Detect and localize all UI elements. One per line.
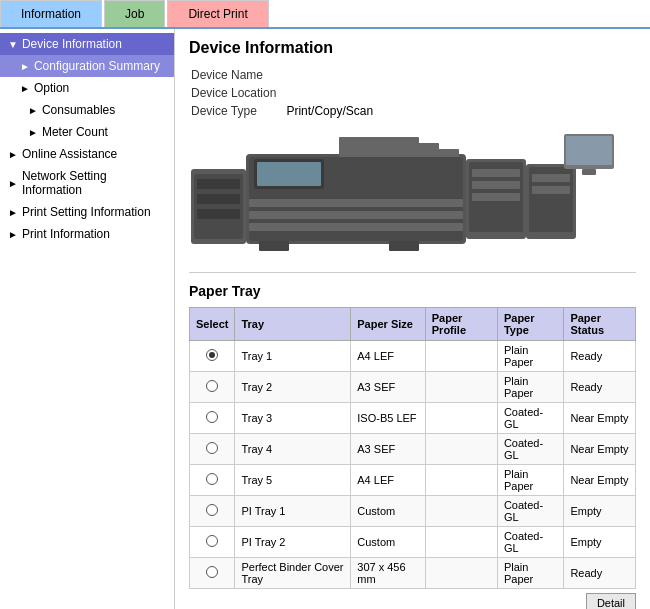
tab-information[interactable]: Information bbox=[0, 0, 102, 27]
radio-cell[interactable] bbox=[190, 496, 235, 527]
cell-paper_status: Ready bbox=[564, 341, 636, 372]
cell-tray: Tray 3 bbox=[235, 403, 351, 434]
sidebar-label: Option bbox=[34, 81, 69, 95]
cell-paper_profile bbox=[425, 341, 497, 372]
detail-button[interactable]: Detail bbox=[586, 593, 636, 609]
main-layout: ▼ Device Information ► Configuration Sum… bbox=[0, 29, 650, 609]
device-location-label: Device Location bbox=[191, 85, 284, 101]
cell-paper_profile bbox=[425, 434, 497, 465]
svg-rect-23 bbox=[582, 169, 596, 175]
arrow-icon: ► bbox=[8, 178, 18, 189]
sidebar: ▼ Device Information ► Configuration Sum… bbox=[0, 29, 175, 609]
cell-paper_profile bbox=[425, 403, 497, 434]
cell-tray: Perfect Binder Cover Tray bbox=[235, 558, 351, 589]
radio-cell[interactable] bbox=[190, 434, 235, 465]
svg-rect-3 bbox=[197, 194, 240, 204]
svg-rect-9 bbox=[249, 199, 463, 207]
cell-paper_size: A4 LEF bbox=[351, 341, 425, 372]
radio-button[interactable] bbox=[206, 380, 218, 392]
cell-tray: Tray 1 bbox=[235, 341, 351, 372]
cell-paper_size: ISO-B5 LEF bbox=[351, 403, 425, 434]
cell-paper_status: Ready bbox=[564, 372, 636, 403]
paper-tray-table: Select Tray Paper Size Paper Profile Pap… bbox=[189, 307, 636, 589]
table-row: Tray 4A3 SEFCoated-GLNear Empty bbox=[190, 434, 636, 465]
col-paper-profile: Paper Profile bbox=[425, 308, 497, 341]
sidebar-item-meter-count[interactable]: ► Meter Count bbox=[0, 121, 174, 143]
sidebar-label: Online Assistance bbox=[22, 147, 117, 161]
sidebar-label: Configuration Summary bbox=[34, 59, 160, 73]
table-row: Tray 1A4 LEFPlain PaperReady bbox=[190, 341, 636, 372]
cell-paper_type: Coated-GL bbox=[497, 496, 563, 527]
cell-paper_status: Empty bbox=[564, 527, 636, 558]
device-name-value bbox=[286, 67, 381, 83]
arrow-icon: ► bbox=[28, 127, 38, 138]
sidebar-label: Network Setting Information bbox=[22, 169, 166, 197]
col-tray: Tray bbox=[235, 308, 351, 341]
sidebar-item-online-assistance[interactable]: ► Online Assistance bbox=[0, 143, 174, 165]
cell-paper_type: Plain Paper bbox=[497, 465, 563, 496]
svg-rect-26 bbox=[339, 137, 419, 145]
sidebar-item-configuration-summary[interactable]: ► Configuration Summary bbox=[0, 55, 174, 77]
cell-paper_size: A3 SEF bbox=[351, 372, 425, 403]
radio-button[interactable] bbox=[206, 411, 218, 423]
col-select: Select bbox=[190, 308, 235, 341]
radio-cell[interactable] bbox=[190, 341, 235, 372]
sidebar-item-option[interactable]: ► Option bbox=[0, 77, 174, 99]
sidebar-item-network-setting[interactable]: ► Network Setting Information bbox=[0, 165, 174, 201]
cell-paper_type: Coated-GL bbox=[497, 527, 563, 558]
radio-button[interactable] bbox=[206, 349, 218, 361]
cell-paper_type: Plain Paper bbox=[497, 372, 563, 403]
svg-rect-22 bbox=[566, 136, 612, 165]
radio-cell[interactable] bbox=[190, 403, 235, 434]
cell-paper_type: Coated-GL bbox=[497, 434, 563, 465]
cell-tray: PI Tray 1 bbox=[235, 496, 351, 527]
paper-tray-title: Paper Tray bbox=[189, 283, 636, 299]
device-type-label: Device Type bbox=[191, 103, 284, 119]
device-name-label: Device Name bbox=[191, 67, 284, 83]
radio-button[interactable] bbox=[206, 473, 218, 485]
cell-tray: Tray 5 bbox=[235, 465, 351, 496]
cell-paper_profile bbox=[425, 496, 497, 527]
device-info-table: Device Name Device Location Device Type … bbox=[189, 65, 383, 121]
sidebar-item-print-setting[interactable]: ► Print Setting Information bbox=[0, 201, 174, 223]
cell-paper_profile bbox=[425, 372, 497, 403]
table-row: PI Tray 2CustomCoated-GLEmpty bbox=[190, 527, 636, 558]
radio-cell[interactable] bbox=[190, 558, 235, 589]
radio-button[interactable] bbox=[206, 566, 218, 578]
radio-cell[interactable] bbox=[190, 527, 235, 558]
sidebar-label: Print Setting Information bbox=[22, 205, 151, 219]
cell-paper_status: Near Empty bbox=[564, 403, 636, 434]
detail-btn-row: Detail bbox=[189, 593, 636, 609]
cell-tray: PI Tray 2 bbox=[235, 527, 351, 558]
cell-paper_type: Coated-GL bbox=[497, 403, 563, 434]
radio-cell[interactable] bbox=[190, 372, 235, 403]
svg-rect-4 bbox=[197, 209, 240, 219]
radio-button[interactable] bbox=[206, 504, 218, 516]
sidebar-label: Meter Count bbox=[42, 125, 108, 139]
radio-button[interactable] bbox=[206, 442, 218, 454]
top-tabs: Information Job Direct Print bbox=[0, 0, 650, 29]
sidebar-item-consumables[interactable]: ► Consumables bbox=[0, 99, 174, 121]
table-row: PI Tray 1CustomCoated-GLEmpty bbox=[190, 496, 636, 527]
sidebar-label: Consumables bbox=[42, 103, 115, 117]
cell-paper_status: Ready bbox=[564, 558, 636, 589]
sidebar-item-device-information[interactable]: ▼ Device Information bbox=[0, 33, 174, 55]
svg-rect-10 bbox=[249, 211, 463, 219]
cell-paper_status: Near Empty bbox=[564, 465, 636, 496]
sidebar-item-print-information[interactable]: ► Print Information bbox=[0, 223, 174, 245]
cell-paper_type: Plain Paper bbox=[497, 558, 563, 589]
content-area: Device Information Device Name Device Lo… bbox=[175, 29, 650, 609]
svg-rect-2 bbox=[197, 179, 240, 189]
table-row: Tray 3ISO-B5 LEFCoated-GLNear Empty bbox=[190, 403, 636, 434]
cell-paper_profile bbox=[425, 465, 497, 496]
cell-paper_profile bbox=[425, 558, 497, 589]
divider bbox=[189, 272, 636, 273]
radio-cell[interactable] bbox=[190, 465, 235, 496]
svg-rect-11 bbox=[249, 223, 463, 231]
tab-job[interactable]: Job bbox=[104, 0, 165, 27]
cell-tray: Tray 4 bbox=[235, 434, 351, 465]
tab-direct-print[interactable]: Direct Print bbox=[167, 0, 268, 27]
svg-rect-8 bbox=[257, 162, 321, 186]
arrow-icon: ► bbox=[8, 229, 18, 240]
radio-button[interactable] bbox=[206, 535, 218, 547]
